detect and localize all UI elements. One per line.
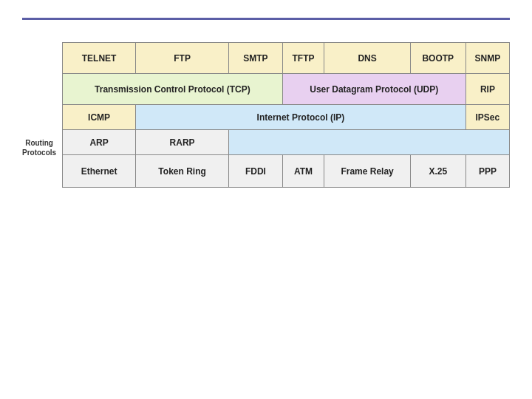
page-container: RoutingProtocolsTELNETFTPSMTPTFTPDNSBOOT…: [0, 0, 532, 399]
icmp-cell: ICMP: [63, 105, 136, 130]
routing-protocols-label: RoutingProtocols: [22, 138, 56, 157]
ip-cell: Internet Protocol (IP): [136, 105, 466, 130]
transport-layer-row: Transmission Control Protocol (TCP)User …: [63, 74, 510, 105]
snmp-cell: SNMP: [466, 43, 509, 74]
dns-cell: DNS: [324, 43, 411, 74]
arp-rarp-row: ARPRARP: [63, 130, 510, 155]
tcp-cell: Transmission Control Protocol (TCP): [63, 74, 283, 105]
ftp-cell: FTP: [136, 43, 229, 74]
main-content: RoutingProtocolsTELNETFTPSMTPTFTPDNSBOOT…: [22, 42, 510, 188]
tokenring-cell: Token Ring: [136, 155, 229, 188]
ethernet-cell: Ethernet: [63, 155, 136, 188]
arp-cell: ARP: [63, 130, 136, 155]
x25-cell: X.25: [410, 155, 466, 188]
app-layer-row: TELNETFTPSMTPTFTPDNSBOOTPSNMP: [63, 43, 510, 74]
ppp-cell: PPP: [466, 155, 509, 188]
ipsec-cell: IPSec: [466, 105, 509, 130]
tftp-cell: TFTP: [282, 43, 324, 74]
page-title: [22, 15, 510, 20]
telnet-cell: TELNET: [63, 43, 136, 74]
udp-cell: User Datagram Protocol (UDP): [282, 74, 466, 105]
ip-continue-cell: [229, 130, 510, 155]
rip-cell: RIP: [466, 74, 509, 105]
fddi-cell: FDDI: [229, 155, 283, 188]
rarp-cell: RARP: [136, 130, 229, 155]
atm-cell: ATM: [282, 155, 324, 188]
ip-layer-row: ICMPInternet Protocol (IP)IPSec: [63, 105, 510, 130]
smtp-cell: SMTP: [229, 43, 283, 74]
framerelay-cell: Frame Relay: [324, 155, 411, 188]
bootp-cell: BOOTP: [410, 43, 466, 74]
netaccess-row: EthernetToken RingFDDIATMFrame RelayX.25…: [63, 155, 510, 188]
protocol-table: TELNETFTPSMTPTFTPDNSBOOTPSNMPTransmissio…: [62, 42, 510, 188]
